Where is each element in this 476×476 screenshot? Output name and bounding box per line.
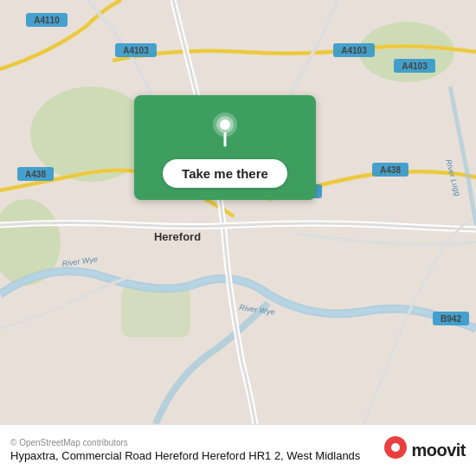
svg-point-27 xyxy=(220,119,230,130)
svg-text:A438: A438 xyxy=(25,170,46,179)
location-pin-icon xyxy=(209,111,241,152)
moovit-pin-icon xyxy=(383,435,408,466)
svg-text:A4103: A4103 xyxy=(123,46,149,55)
takemethere-overlay: Take me there xyxy=(134,95,316,200)
moovit-logo: moovit xyxy=(383,435,466,466)
svg-rect-4 xyxy=(121,286,190,338)
moovit-brand-text: moovit xyxy=(411,441,466,460)
svg-text:B942: B942 xyxy=(441,314,461,324)
svg-text:A438: A438 xyxy=(380,165,401,175)
map-svg: A4110 A4103 A4103 A4103 A438 A438 A438 B… xyxy=(0,0,476,424)
svg-text:A4103: A4103 xyxy=(402,61,428,71)
footer-text-area: © OpenStreetMap contributors Hypaxtra, C… xyxy=(10,438,375,464)
svg-text:A4103: A4103 xyxy=(341,46,367,55)
svg-text:A4110: A4110 xyxy=(34,16,60,25)
svg-point-29 xyxy=(391,443,400,452)
svg-text:Hereford: Hereford xyxy=(154,230,201,243)
take-me-there-button[interactable]: Take me there xyxy=(163,159,287,188)
location-name: Hypaxtra, Commercial Road Hereford Heref… xyxy=(10,449,375,464)
footer: © OpenStreetMap contributors Hypaxtra, C… xyxy=(0,424,476,476)
map-attribution: © OpenStreetMap contributors xyxy=(10,438,375,447)
map-container: A4110 A4103 A4103 A4103 A438 A438 A438 B… xyxy=(0,0,476,424)
